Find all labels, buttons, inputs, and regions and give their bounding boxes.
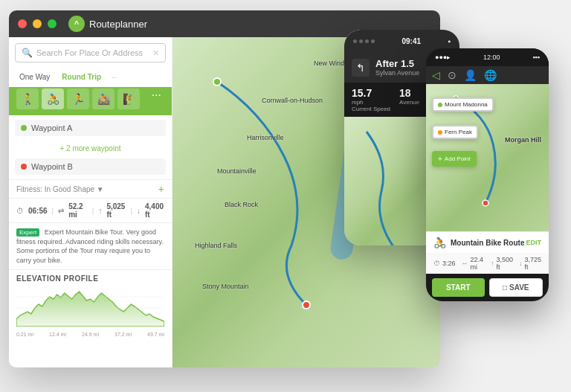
- route-info-panel: 🚴 Mountain Bike Route EDIT: [426, 231, 549, 253]
- status-battery: ▪▪▪: [532, 54, 540, 61]
- add-waypoint-label[interactable]: + 2 more waypoint: [54, 143, 127, 154]
- separator3: |: [130, 207, 132, 215]
- save-button[interactable]: □ SAVE: [489, 278, 543, 297]
- speed-unit: mph: [352, 99, 390, 106]
- svg-point-3: [303, 301, 310, 309]
- waypoint-b-label: Waypoint B: [31, 162, 73, 171]
- speed-value: 15.7: [352, 87, 390, 99]
- nav-route-icon[interactable]: ◁: [432, 69, 440, 81]
- phone-signal-dots: [353, 39, 375, 43]
- phone-white-time: 09:41: [401, 37, 421, 45]
- waypoint-a-label: Waypoint A: [31, 123, 72, 132]
- search-input[interactable]: Search For Place Or Address: [36, 48, 149, 57]
- map-label-stony-mountain: Stony Mountain: [202, 283, 249, 290]
- elev-label-8: 49.7 mi: [147, 332, 164, 337]
- minimize-button[interactable]: [33, 19, 42, 28]
- transport-run[interactable]: 🏃: [67, 89, 89, 109]
- one-way-button[interactable]: One Way: [16, 71, 53, 83]
- add-point-button[interactable]: + Add Point: [432, 151, 477, 167]
- phone-black: ●●●▸ 12:00 ▪▪▪ ◁ ⊙ 👤 🌐 Mount Madonna Fer…: [426, 48, 549, 301]
- edit-route-button[interactable]: EDIT: [526, 239, 541, 246]
- elevation-section: ELEVATION PROFILE: [9, 269, 172, 367]
- nav-globe-icon[interactable]: 🌐: [484, 69, 497, 81]
- app-logo: ^: [68, 16, 85, 32]
- waypoint-mount-madonna[interactable]: Mount Madonna: [432, 97, 494, 112]
- speed-item: 15.7 mph Current Speed: [352, 87, 390, 112]
- waypoint-fern-peak[interactable]: Fern Peak: [432, 125, 478, 139]
- svg-point-5: [483, 200, 488, 206]
- stat-descent: 4,400 ft: [145, 202, 164, 219]
- fitness-label[interactable]: Fitness: In Good Shape ▼: [16, 185, 104, 193]
- transport-mtb[interactable]: 🚵: [92, 89, 114, 109]
- elev-label-0: 0.21 mi: [16, 332, 33, 337]
- transport-walk[interactable]: 🚶: [16, 89, 39, 109]
- transport-bike[interactable]: 🚴: [42, 89, 64, 109]
- clock-icon: ⏱: [16, 207, 24, 215]
- map-label-black-rock: Black Rock: [225, 201, 258, 208]
- waypoint-a-row[interactable]: Waypoint A: [15, 120, 166, 136]
- round-trip-button[interactable]: Round Trip: [59, 71, 104, 83]
- speed-label: Current Speed: [352, 106, 390, 112]
- phone-black-status-bar: ●●●▸ 12:00 ▪▪▪: [426, 48, 549, 66]
- more-transports-button[interactable]: ···: [149, 89, 164, 109]
- transport-hike[interactable]: 🧗: [117, 89, 140, 109]
- stat-descent-item: ↓ 3,725 ft: [519, 256, 541, 271]
- distance-icon: ↔: [462, 260, 468, 267]
- search-icon: 🔍: [22, 48, 33, 58]
- action-buttons: START □ SAVE: [426, 274, 549, 301]
- waypoint-dot-green: [438, 103, 442, 107]
- waypoint-b-row[interactable]: Waypoint B: [15, 158, 166, 175]
- map-label-cornwall: Cornwall-on-Hudson: [262, 97, 323, 104]
- waypoint-dot-orange: [438, 130, 442, 135]
- elevation-title: ELEVATION PROFILE: [16, 274, 164, 283]
- save-label: SAVE: [509, 283, 529, 292]
- start-button[interactable]: START: [432, 278, 485, 297]
- add-waypoint-row[interactable]: + 2 more waypoint: [15, 139, 166, 155]
- separator2: |: [92, 207, 94, 215]
- nav-camera-icon[interactable]: ⊙: [448, 69, 457, 81]
- nav-person-icon[interactable]: 👤: [464, 69, 477, 81]
- phone-black-nav-bar: ◁ ⊙ 👤 🌐: [426, 66, 549, 84]
- search-clear-icon[interactable]: ✕: [152, 48, 159, 58]
- route-stat-ascent: 3,500 ft: [496, 256, 513, 271]
- stat-ascent: 5,025 ft: [106, 202, 126, 219]
- fitness-bar[interactable]: Fitness: In Good Shape ▼ +: [9, 179, 172, 198]
- battery-icon: ▪: [448, 37, 451, 45]
- add-waypoint-icon[interactable]: +: [158, 183, 164, 195]
- route-stat-distance: 22.4 mi: [471, 256, 485, 271]
- elevation-svg: [16, 286, 164, 327]
- transport-mode-bar: 🚶 🚴 🏃 🚵 🧗 ···: [9, 87, 172, 115]
- window-title: ^ Routeplanner: [68, 16, 147, 32]
- map-label-highland-falls: Highland Falls: [195, 242, 237, 249]
- separator1: |: [52, 207, 54, 215]
- description-section: Expert Expert Mountain Bike Tour. Very g…: [9, 222, 172, 269]
- search-bar[interactable]: 🔍 Search For Place Or Address ✕: [15, 43, 166, 62]
- add-point-plus-icon: +: [438, 155, 442, 163]
- distance-item: 18 Avenue: [399, 87, 419, 112]
- map-label-harrisonville: Harrisonville: [247, 134, 284, 141]
- elevation-labels: 0.21 mi 12.4 mi 24.9 mi 37.2 mi 49.7 mi: [16, 332, 164, 337]
- status-signal: ●●●▸: [435, 54, 451, 61]
- signal-dot-4: [371, 39, 375, 43]
- descent-icon: ↓: [137, 207, 141, 215]
- sidebar: 🔍 Search For Place Or Address ✕ One Way …: [9, 37, 172, 367]
- status-time: 12:00: [483, 54, 500, 61]
- stats-row: ⏱ 06:56 | ⇄ 52.2 mi | ↑ 5,025 ft | ↓ 4,4…: [9, 198, 172, 222]
- more-options-icon[interactable]: ···: [112, 74, 117, 81]
- route-info-left: 🚴 Mountain Bike Route: [433, 237, 524, 248]
- add-point-label: Add Point: [445, 155, 471, 162]
- save-icon: □: [503, 283, 507, 292]
- descent-icon: ↓: [519, 260, 523, 267]
- ascent-icon: ↑: [98, 207, 102, 215]
- route-stats-bottom: ⏱ 3:26 ↔ 22.4 mi ↑ 3,500 ft ↓ 3,725 ft: [426, 253, 549, 274]
- waypoint-a-dot: [21, 125, 27, 131]
- signal-dot-3: [365, 39, 369, 43]
- ascent-icon: ↑: [491, 260, 494, 267]
- route-name: Mountain Bike Route: [451, 239, 524, 247]
- maximize-button[interactable]: [48, 19, 57, 28]
- stat-ascent-item: ↑ 3,500 ft: [491, 256, 513, 271]
- close-button[interactable]: [18, 19, 27, 28]
- difficulty-badge: Expert: [16, 228, 39, 237]
- phone-black-map[interactable]: Mount Madonna Fern Peak + Add Point Morg…: [426, 84, 549, 231]
- distance-label: Avenue: [399, 99, 419, 106]
